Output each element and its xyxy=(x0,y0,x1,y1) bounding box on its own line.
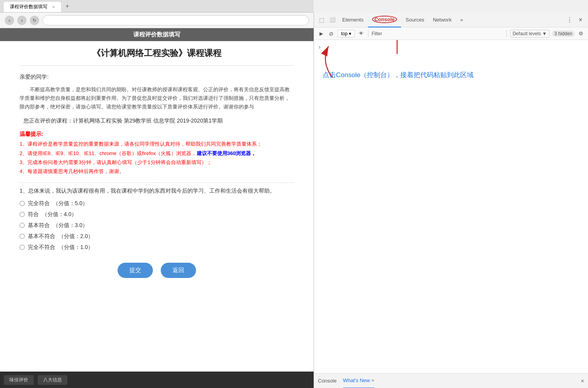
submit-button[interactable]: 提交 xyxy=(118,263,153,278)
radio-option-5[interactable] xyxy=(20,245,25,250)
page-content: 《计算机网络工程实验》课程课程 亲爱的同学: 不断提高教学质量，是您和我们共同的… xyxy=(0,41,314,388)
console-content[interactable]: › xyxy=(314,40,588,373)
radio-option-4[interactable] xyxy=(20,234,25,239)
warning-item-2: 2、请使用IE8、IE9、IE10、IE11、chrome（谷歌）或firefo… xyxy=(20,149,294,158)
radio-option-2[interactable] xyxy=(20,212,25,217)
taskbar-item-1[interactable]: 味佳评价 xyxy=(4,375,34,385)
page-title-bar: 课程评价数据填写 xyxy=(0,28,314,41)
greeting: 亲爱的同学: xyxy=(20,74,294,81)
warning-item-4: 4、每道题请慎重思考几秒钟后再作答，谢谢。 xyxy=(20,167,294,176)
new-tab-btn[interactable]: + xyxy=(62,1,73,11)
option-2[interactable]: 符合 （分值：4.0） xyxy=(20,211,294,218)
console-oval: Console xyxy=(372,16,397,23)
tab-sources[interactable]: Sources xyxy=(402,13,428,27)
close-whatsnew-icon[interactable]: × xyxy=(372,378,374,383)
toolbar-divider-1 xyxy=(368,30,368,37)
block-icon[interactable]: ⊘ xyxy=(327,30,335,38)
url-bar[interactable] xyxy=(42,15,309,25)
close-devtools-icon[interactable]: × xyxy=(575,15,586,25)
arrow-svg-1 xyxy=(317,42,364,81)
browser-navbar: ‹ › ↻ xyxy=(0,13,314,28)
intro-text: 不断提高教学质量，是您和我们共同的期盼。对任课教师的授课和课程客观、公正的评价，… xyxy=(20,85,294,111)
hidden-badge: 3 hidden xyxy=(552,31,575,37)
option-1[interactable]: 完全符合 （分值：5.0） xyxy=(20,200,294,207)
bottom-tab-whatsnew[interactable]: What's New × xyxy=(343,374,374,388)
annotation-container: 点击Console（控制台），接着把代码粘贴到此区域 xyxy=(319,70,583,80)
browser-tab[interactable]: 课程评价数据填写 × xyxy=(3,1,62,12)
arrow-svg-2 xyxy=(381,40,413,62)
warning-title: 温馨提示: xyxy=(20,131,294,138)
radio-option-1[interactable] xyxy=(20,201,25,206)
default-levels-dropdown[interactable]: Default levels ▼ xyxy=(510,30,550,38)
button-row: 提交 返回 xyxy=(20,263,294,286)
option-4[interactable]: 基本不符合 （分值：2.0） xyxy=(20,233,294,240)
run-icon[interactable]: ▶ xyxy=(317,30,325,38)
course-title: 《计算机网络工程实验》课程课程 xyxy=(20,47,294,66)
tab-more[interactable]: » xyxy=(456,13,467,27)
warning-item-3: 3、完成本份问卷大约需要3分钟，请认真耐心填写（少于1分钟将会自动重新填写）； xyxy=(20,158,294,167)
eye-icon[interactable]: 👁 xyxy=(357,30,365,38)
more-options-icon[interactable]: ⋮ xyxy=(564,15,575,25)
question-text: 1、总体来说，我认为该课程很有用，我在课程中学到的东西对我今后的学习、工作和生活… xyxy=(20,188,294,195)
toolbar-divider-2 xyxy=(506,30,507,37)
taskbar-item-2[interactable]: 八大信息 xyxy=(38,375,67,385)
question-divider xyxy=(20,182,294,183)
back-button-form[interactable]: 返回 xyxy=(161,263,196,278)
close-tab-icon[interactable]: × xyxy=(52,4,55,10)
inspect-icon[interactable]: ⬚ xyxy=(316,15,327,25)
filter-label: Filter xyxy=(372,31,382,36)
browser-taskbar: 味佳评价 八大信息 xyxy=(0,372,314,388)
device-icon[interactable]: ⬜ xyxy=(327,15,338,25)
tab-network[interactable]: Network xyxy=(429,13,456,27)
devtools-toolbar: ▶ ⊘ top ▾ 👁 Filter Default levels ▼ 3 hi… xyxy=(314,27,588,40)
warning-item-1: 1、课程评价是教学质量监控的重要数据来源，请各位同学理性认真对待，帮助我们共同完… xyxy=(20,139,294,148)
context-selector[interactable]: top ▾ xyxy=(338,30,355,38)
forward-button[interactable]: › xyxy=(17,16,27,25)
settings-icon[interactable]: ⚙ xyxy=(577,30,585,38)
tab-elements[interactable]: Elements xyxy=(338,13,367,27)
refresh-button[interactable]: ↻ xyxy=(30,16,39,25)
option-3[interactable]: 基本符合 （分值：3.0） xyxy=(20,222,294,229)
bottom-tab-console[interactable]: Console xyxy=(318,374,337,388)
radio-option-3[interactable] xyxy=(20,223,25,228)
option-5[interactable]: 完全不符合 （分值：1.0） xyxy=(20,244,294,251)
course-info: 您正在评价的课程：计算机网络工程实验 第29教学班 信息学院 2019-2020… xyxy=(20,117,294,125)
bottom-close-icon[interactable]: × xyxy=(581,378,584,384)
warning-box: 温馨提示: 1、课程评价是教学质量监控的重要数据来源，请各位同学理性认真对待，帮… xyxy=(20,131,294,176)
devtools-header: ⬚ ⬜ Elements Console Sources Network » xyxy=(314,13,588,27)
devtools-bottom-bar: Console What's New × × xyxy=(314,373,588,388)
tab-console[interactable]: Console xyxy=(368,13,401,27)
back-button[interactable]: ‹ xyxy=(5,16,14,25)
